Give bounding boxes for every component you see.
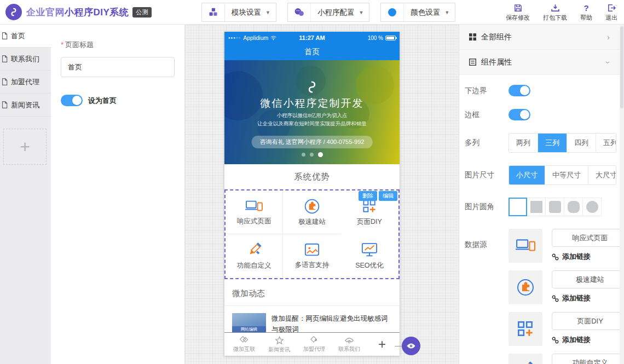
feature-label: 响应式页面 bbox=[237, 217, 271, 226]
sidebar-item-agency[interactable]: 加盟代理 bbox=[0, 71, 51, 94]
add-link-button[interactable]: 添加链接 bbox=[552, 293, 624, 303]
panel-scrollbar[interactable] bbox=[620, 25, 624, 364]
radius-swatch-none-selected[interactable] bbox=[509, 198, 527, 216]
sidebar-item-contact[interactable]: 联系我们 bbox=[0, 48, 51, 71]
columns-option-five[interactable]: 五列 bbox=[596, 134, 616, 152]
feature-responsive-page[interactable]: 响应式页面 bbox=[226, 190, 283, 234]
columns-row: 多列 两列 三列 四列 五列 bbox=[465, 133, 616, 153]
page-item-label: 加盟代理 bbox=[11, 77, 39, 87]
chevron-right-icon: › bbox=[607, 33, 610, 42]
chevron-down-icon: ▼ bbox=[265, 10, 276, 15]
feature-label: 功能自定义 bbox=[237, 261, 271, 270]
datasource-title-input[interactable] bbox=[552, 312, 624, 330]
banner-cta-pill: 咨询有礼 送官网小程序 / 400-0755-992 bbox=[252, 136, 373, 148]
feature-custom-function[interactable]: 功能自定义 bbox=[226, 234, 283, 278]
sidebar-item-news[interactable]: 新闻资讯 bbox=[0, 94, 51, 117]
feature-speed-build[interactable]: 极速建站 bbox=[283, 190, 340, 234]
columns-option-three-selected[interactable]: 三列 bbox=[538, 134, 567, 152]
help-button[interactable]: ? 帮助 bbox=[580, 3, 592, 22]
feature-seo[interactable]: SEO优化 bbox=[341, 234, 398, 278]
datasource-title-input[interactable] bbox=[552, 354, 624, 364]
carousel-dot-active[interactable] bbox=[318, 152, 323, 157]
download-button[interactable]: 打包下载 bbox=[543, 3, 567, 22]
scrollbar-thumb[interactable] bbox=[620, 26, 623, 108]
image-size-large[interactable]: 大尺寸 bbox=[588, 166, 616, 184]
datasource-title-input[interactable] bbox=[552, 229, 624, 247]
datasource-fields: 添加链接 bbox=[552, 270, 624, 304]
dropdown-label: 模块设置 bbox=[225, 8, 265, 18]
bottom-border-toggle[interactable] bbox=[509, 85, 530, 96]
tab-contact[interactable]: 联系我们 bbox=[332, 336, 367, 353]
carousel-dot[interactable] bbox=[310, 153, 314, 157]
link-icon bbox=[552, 253, 559, 261]
help-icon: ? bbox=[583, 3, 588, 13]
radius-swatch-medium[interactable] bbox=[564, 198, 583, 216]
save-icon bbox=[513, 3, 523, 13]
app-title: 企业官网小程序DIY系统公测 bbox=[26, 6, 152, 19]
preview-eye-button[interactable] bbox=[402, 337, 420, 355]
phone-nav-bar: 首页 bbox=[224, 44, 400, 60]
component-properties-header[interactable]: 组件属性 › bbox=[459, 50, 624, 75]
tab-agency[interactable]: 加盟代理 bbox=[297, 336, 332, 353]
set-home-toggle[interactable] bbox=[61, 95, 83, 106]
border-toggle[interactable] bbox=[509, 109, 530, 120]
columns-option-four[interactable]: 四列 bbox=[567, 134, 596, 152]
image-size-medium[interactable]: 中等尺寸 bbox=[545, 166, 588, 184]
news-list-item[interactable]: 网站编辑 微加提醒：网页编辑应避免出现敏感词 与极限词 bbox=[224, 306, 400, 335]
datasource-label: 数据源 bbox=[465, 229, 509, 250]
header-actions: 保存修改 打包下载 ? 帮助 退出 bbox=[506, 3, 617, 22]
banner-carousel[interactable]: 微信小程序定制开发 小程序以微信8亿用户为切入点 让企业以及商家在短时间里实现提… bbox=[224, 60, 400, 164]
add-link-button[interactable]: 添加链接 bbox=[552, 252, 624, 262]
image-size-small-selected[interactable]: 小尺寸 bbox=[509, 166, 545, 184]
add-link-button[interactable]: 添加链接 bbox=[552, 335, 624, 345]
page-title-input[interactable] bbox=[61, 57, 175, 77]
star-icon bbox=[274, 336, 285, 345]
page-icon bbox=[1, 55, 8, 63]
delete-component-button[interactable]: 删除 bbox=[359, 191, 377, 201]
dropdown-label: 颜色设置 bbox=[404, 8, 444, 18]
tab-label: 加盟代理 bbox=[303, 345, 325, 353]
logout-button[interactable]: 退出 bbox=[605, 3, 617, 22]
radius-swatch-circle[interactable] bbox=[583, 198, 602, 216]
feature-grid-component-selected[interactable]: 删除 编辑 响应式页面 极速建站 页面DIY 功能自定义 bbox=[224, 189, 400, 279]
page-icon bbox=[1, 32, 8, 40]
datasource-row: 数据源 添加链接 bbox=[465, 229, 616, 364]
carousel-dot[interactable] bbox=[302, 153, 305, 157]
datasource-title-input[interactable] bbox=[552, 270, 624, 288]
edit-component-button[interactable]: 编辑 bbox=[379, 191, 397, 201]
wifi-icon bbox=[270, 36, 276, 41]
preview-canvas: ●●●○○ Applidium 11:27 AM 100 % 首页 bbox=[185, 25, 459, 364]
color-settings-dropdown[interactable]: 颜色设置 ▼ bbox=[380, 3, 455, 22]
beta-badge: 公测 bbox=[132, 7, 152, 18]
columns-label: 多列 bbox=[465, 138, 509, 148]
all-components-label: 全部组件 bbox=[481, 32, 512, 42]
tab-add-button[interactable]: + bbox=[367, 337, 397, 352]
sidebar-item-home[interactable]: 首页 bbox=[0, 25, 51, 48]
tab-news[interactable]: 新闻资讯 bbox=[262, 336, 297, 354]
modules-settings-dropdown[interactable]: 模块设置 ▼ bbox=[201, 3, 276, 22]
custom-function-icon bbox=[509, 354, 542, 364]
columns-option-two[interactable]: 两列 bbox=[509, 134, 538, 152]
datasource-item: 添加链接 bbox=[509, 312, 624, 346]
modules-cubes-icon bbox=[202, 3, 225, 21]
news-section-heading: 微加动态 bbox=[224, 279, 400, 306]
tab-weijia[interactable]: 微加互联 bbox=[227, 336, 262, 353]
header-dropdowns: 模块设置 ▼ 小程序配置 ▼ 颜色设置 ▼ bbox=[201, 3, 455, 22]
miniprogram-config-dropdown[interactable]: 小程序配置 ▼ bbox=[287, 3, 369, 22]
link-icon bbox=[552, 295, 559, 302]
component-edit-badges: 删除 编辑 bbox=[359, 191, 397, 201]
image-size-row: 图片尺寸 小尺寸 中等尺寸 大尺寸 bbox=[465, 165, 616, 185]
toggle-knob bbox=[520, 110, 529, 119]
page-item-label: 新闻资讯 bbox=[11, 100, 39, 110]
add-page-button[interactable]: + bbox=[3, 129, 47, 165]
datasource-item: 添加链接 bbox=[509, 270, 624, 304]
radius-swatch-small[interactable] bbox=[546, 198, 564, 216]
radius-swatch-square[interactable] bbox=[527, 198, 546, 216]
app-title-primary: 企业官网 bbox=[26, 7, 65, 18]
all-components-header[interactable]: 全部组件 › bbox=[459, 25, 624, 50]
save-button[interactable]: 保存修改 bbox=[506, 3, 530, 22]
image-size-segmented-control: 小尺寸 中等尺寸 大尺寸 bbox=[509, 165, 616, 185]
feature-multi-language[interactable]: 多语言支持 bbox=[283, 234, 340, 278]
tag-icon bbox=[309, 336, 320, 345]
feature-label: SEO优化 bbox=[355, 261, 383, 270]
